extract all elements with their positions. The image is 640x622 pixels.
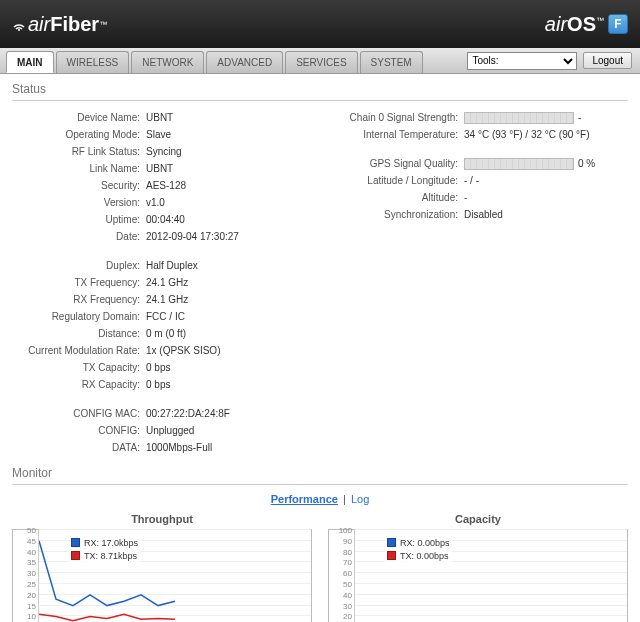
status-row: Regulatory Domain:FCC / IC [12,308,310,325]
status-row: Version:v1.0 [12,194,310,211]
status-row: Security:AES-128 [12,177,310,194]
status-row: TX Capacity:0 bps [12,359,310,376]
status-value: 00:27:22:DA:24:8F [146,408,310,419]
legend-swatch [71,551,80,560]
status-grid: Device Name:UBNTOperating Mode:SlaveRF L… [12,109,628,456]
status-row: Internal Temperature:34 °C (93 °F) / 32 … [330,126,628,143]
status-label: RF Link Status: [12,146,146,157]
brand-left: airFiber™ [12,13,107,36]
performance-link[interactable]: Performance [271,493,338,505]
tools-dropdown[interactable]: Tools: [467,52,577,70]
status-label: Chain 0 Signal Strength: [330,112,464,123]
status-value: UBNT [146,112,310,123]
status-value: v1.0 [146,197,310,208]
legend-label: RX: 0.00bps [400,538,450,548]
status-label: CONFIG: [12,425,146,436]
status-value: 2012-09-04 17:30:27 [146,231,310,242]
status-label: Link Name: [12,163,146,174]
status-label: CONFIG MAC: [12,408,146,419]
status-value: 34 °C (93 °F) / 32 °C (90 °F) [464,129,628,140]
status-label: DATA: [12,442,146,453]
status-value: 0 m (0 ft) [146,328,310,339]
status-row: Operating Mode:Slave [12,126,310,143]
status-value: 00:04:40 [146,214,310,225]
legend-label: TX: 0.00bps [400,551,449,561]
status-label: Distance: [12,328,146,339]
status-value: Syncing [146,146,310,157]
status-label: GPS Signal Quality: [330,158,464,169]
tab-services[interactable]: SERVICES [285,51,357,73]
status-row: Date:2012-09-04 17:30:27 [12,228,310,245]
tab-main[interactable]: MAIN [6,51,54,73]
status-row: CONFIG:Unplugged [12,422,310,439]
status-label: Date: [12,231,146,242]
status-value: - / - [464,175,628,186]
status-column-left: Device Name:UBNTOperating Mode:SlaveRF L… [12,109,310,456]
content-area: Status Device Name:UBNTOperating Mode:Sl… [0,74,640,622]
status-value: Slave [146,129,310,140]
chart-title: Capacity [328,513,628,525]
status-value: FCC / IC [146,311,310,322]
status-value: Unplugged [146,425,310,436]
status-label: Duplex: [12,260,146,271]
signal-bar [464,158,574,170]
status-value: - [464,112,628,124]
chart-title: Throughput [12,513,312,525]
legend-label: RX: 17.0kbps [84,538,138,548]
status-row: Current Modulation Rate:1x (QPSK SISO) [12,342,310,359]
monitor-links: Performance | Log [12,493,628,505]
status-label: Version: [12,197,146,208]
status-row: DATA:1000Mbps-Full [12,439,310,456]
tab-network[interactable]: NETWORK [131,51,204,73]
status-value: 1x (QPSK SISO) [146,345,310,356]
status-label: Operating Mode: [12,129,146,140]
status-label: Regulatory Domain: [12,311,146,322]
legend-swatch [387,551,396,560]
status-value: 0 % [464,158,628,170]
status-row: Synchronization:Disabled [330,206,628,223]
f-badge: F [608,14,628,34]
status-column-right: Chain 0 Signal Strength:-Internal Temper… [330,109,628,456]
status-label: Latitude / Longitude: [330,175,464,186]
status-row: GPS Signal Quality:0 % [330,155,628,172]
charts-row: Throughput05101520253035404550kbpsRX: 17… [12,513,628,622]
logout-button[interactable]: Logout [583,52,632,69]
svg-point-0 [18,29,20,31]
divider [12,484,628,485]
status-row: TX Frequency:24.1 GHz [12,274,310,291]
status-row: Link Name:UBNT [12,160,310,177]
status-value: 1000Mbps-Full [146,442,310,453]
status-label: RX Frequency: [12,294,146,305]
monitor-section-title: Monitor [12,466,628,480]
status-value: 0 bps [146,362,310,373]
chart-capacity: Capacity0102030405060708090100bpsRX: 0.0… [328,513,628,622]
signal-bar [464,112,574,124]
status-value: 24.1 GHz [146,277,310,288]
chart-legend: RX: 0.00bpsTX: 0.00bps [385,534,452,564]
status-row: Latitude / Longitude:- / - [330,172,628,189]
tab-advanced[interactable]: ADVANCED [206,51,283,73]
status-row: RF Link Status:Syncing [12,143,310,160]
status-label: TX Capacity: [12,362,146,373]
status-label: Security: [12,180,146,191]
status-row: Distance:0 m (0 ft) [12,325,310,342]
status-value: Disabled [464,209,628,220]
tab-bar: MAINWIRELESSNETWORKADVANCEDSERVICESSYSTE… [0,48,640,74]
status-row: Duplex:Half Duplex [12,257,310,274]
status-row: CONFIG MAC:00:27:22:DA:24:8F [12,405,310,422]
status-label: Synchronization: [330,209,464,220]
chart-area: 05101520253035404550kbpsRX: 17.0kbpsTX: … [12,529,312,622]
status-section-title: Status [12,82,628,96]
legend-swatch [71,538,80,547]
status-label: RX Capacity: [12,379,146,390]
tab-wireless[interactable]: WIRELESS [56,51,130,73]
legend-label: TX: 8.71kbps [84,551,137,561]
status-row: Altitude:- [330,189,628,206]
log-link[interactable]: Log [351,493,369,505]
status-row: Device Name:UBNT [12,109,310,126]
status-value: AES-128 [146,180,310,191]
wifi-icon [12,13,26,36]
status-row: Chain 0 Signal Strength:- [330,109,628,126]
tab-system[interactable]: SYSTEM [360,51,423,73]
status-label: Internal Temperature: [330,129,464,140]
